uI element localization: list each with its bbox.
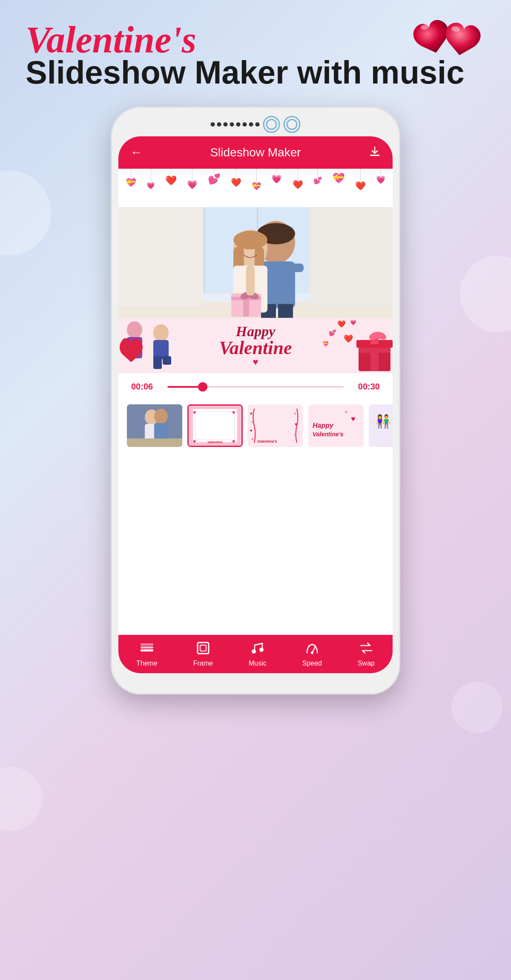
svg-text:💕: 💕	[329, 329, 336, 337]
hanging-heart: 💗	[146, 169, 155, 190]
timeline-bar[interactable]: 00:06 00:30	[131, 382, 380, 392]
back-button[interactable]: ←	[130, 146, 142, 159]
thumbnail-item[interactable]: Happy Valentine's ♥ ♥	[308, 404, 364, 447]
timeline-track[interactable]	[167, 386, 344, 388]
svg-text:❤️: ❤️	[344, 334, 353, 343]
nav-speed[interactable]: Speed	[302, 641, 322, 667]
notch-dot	[243, 122, 247, 127]
thumbnail-item[interactable]	[127, 404, 182, 447]
phone-screen: ← Slideshow Maker 💝	[118, 136, 393, 673]
svg-rect-9	[310, 196, 393, 306]
nav-theme[interactable]: Theme	[136, 641, 158, 667]
notch-dot	[236, 122, 241, 127]
theme-icon	[140, 641, 154, 657]
notch-dot	[230, 122, 234, 127]
timeline-fill	[167, 386, 203, 388]
phone-outer-shell: ← Slideshow Maker 💝	[111, 107, 400, 695]
svg-text:💗: 💗	[350, 319, 356, 326]
hanging-heart: 💗	[376, 169, 385, 184]
swap-label: Swap	[358, 660, 375, 667]
couple-photo-area	[118, 196, 393, 322]
bottom-navigation: Theme Frame	[118, 635, 393, 673]
svg-point-85	[259, 648, 264, 652]
hanging-hearts-decoration: 💝 💗 ❤️ 💗 💕	[118, 169, 393, 207]
hanging-heart: ❤️	[165, 169, 177, 186]
thumbnail-item[interactable]: 👫 Happy Valentines ❤ ❤	[369, 404, 393, 447]
svg-rect-51	[127, 438, 182, 447]
svg-text:Valentine's: Valentine's	[313, 431, 344, 438]
timeline-thumb[interactable]	[198, 382, 207, 392]
svg-rect-5	[204, 200, 205, 294]
timeline-area: 00:06 00:30	[118, 373, 393, 404]
app-title: Slideshow Maker	[210, 146, 301, 159]
svg-rect-83	[200, 645, 206, 651]
theme-label: Theme	[136, 660, 158, 667]
valentine-banner: Happy Valentine ♥	[118, 318, 393, 373]
music-label: Music	[249, 660, 267, 667]
front-camera-2	[284, 116, 301, 133]
download-button[interactable]	[369, 145, 381, 160]
hanging-heart: 💗	[187, 169, 198, 190]
notch-dot	[211, 122, 215, 127]
svg-text:♥: ♥	[351, 415, 356, 423]
swap-icon	[359, 641, 373, 657]
svg-rect-33	[163, 356, 171, 365]
svg-text:♥: ♥	[344, 409, 347, 415]
svg-rect-80	[141, 646, 153, 649]
svg-point-84	[252, 649, 256, 654]
total-time-label: 00:30	[350, 382, 380, 392]
svg-text:Valentine's: Valentine's	[257, 439, 277, 444]
svg-text:👫: 👫	[375, 414, 391, 429]
phone-notch	[211, 116, 301, 133]
svg-point-88	[311, 651, 313, 654]
front-camera-1	[263, 116, 280, 133]
hanging-heart: 💝	[332, 169, 345, 184]
svg-rect-26	[246, 266, 255, 296]
frame-icon	[196, 641, 210, 657]
svg-text:♥: ♥	[250, 428, 253, 433]
notch-dot	[249, 122, 253, 127]
speed-label: Speed	[302, 660, 322, 667]
svg-point-30	[153, 324, 169, 341]
svg-rect-82	[198, 643, 209, 654]
nav-swap[interactable]: Swap	[358, 641, 375, 667]
thumbnail-item-selected[interactable]: ♥ ♥ ♥ ♥ Valentine	[187, 404, 243, 447]
svg-point-49	[154, 409, 168, 424]
hanging-heart: 💕	[208, 169, 221, 185]
notch-dot	[224, 122, 228, 127]
svg-rect-32	[153, 356, 162, 369]
thumbnail-strip: ♥ ♥ ♥ ♥ Valentine	[118, 404, 393, 453]
hanging-heart: 💕	[313, 169, 322, 184]
music-icon	[250, 641, 265, 657]
speed-icon	[305, 641, 319, 657]
hanging-heart: ❤️	[293, 169, 303, 190]
header-area: Valentine's Slideshow Maker with music	[0, 9, 511, 99]
svg-rect-2	[370, 155, 379, 156]
phone-mockup: ← Slideshow Maker 💝	[111, 107, 400, 937]
svg-text:♥: ♥	[232, 409, 235, 415]
svg-text:Happy: Happy	[313, 422, 334, 429]
hanging-heart: 💝	[252, 169, 261, 191]
svg-rect-81	[141, 643, 153, 646]
svg-line-86	[255, 643, 262, 645]
svg-text:❤️: ❤️	[337, 320, 346, 328]
svg-rect-8	[118, 196, 204, 306]
frame-label: Frame	[193, 660, 213, 667]
nav-frame[interactable]: Frame	[193, 641, 213, 667]
hearts-3d-decoration	[413, 15, 490, 72]
svg-rect-13	[287, 264, 304, 272]
hanging-heart: ❤️	[231, 169, 241, 187]
svg-rect-50	[154, 423, 168, 440]
slideshow-preview: 💝 💗 ❤️ 💗 💕	[118, 169, 393, 373]
app-header: ← Slideshow Maker	[118, 136, 393, 169]
thumbnail-item[interactable]: ♥ ♥ ♥ ♥ ♥ ♥ ♥ Valentine's	[248, 404, 303, 447]
svg-rect-79	[141, 649, 153, 651]
valentines-title: Valentine's	[26, 21, 465, 59]
nav-music[interactable]: Music	[249, 641, 267, 667]
svg-text:♥: ♥	[251, 437, 254, 441]
hanging-heart: ❤️	[355, 169, 366, 191]
hanging-heart: 💝	[126, 169, 136, 187]
current-time-label: 00:06	[131, 382, 161, 392]
svg-text:♥: ♥	[250, 411, 253, 416]
svg-text:💝: 💝	[322, 340, 329, 347]
